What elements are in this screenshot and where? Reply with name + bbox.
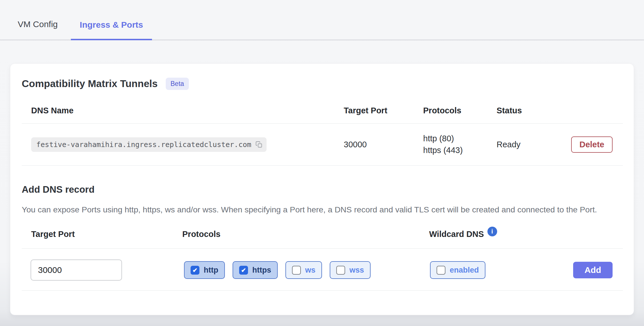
target-port-field-cell: [22, 259, 173, 281]
tab-ingress-ports[interactable]: Ingress & Ports: [71, 19, 152, 40]
tab-bar: VM Config Ingress & Ports: [0, 0, 644, 40]
tab-vm-config[interactable]: VM Config: [18, 18, 58, 40]
dns-name-value: festive-varahamihira.ingress.replicatedc…: [36, 140, 251, 149]
form-labels-row: Target Port Protocols Wildcard DNSi: [22, 230, 623, 249]
label-target-port: Target Port: [22, 230, 173, 240]
dns-name-pill: festive-varahamihira.ingress.replicatedc…: [31, 137, 267, 152]
wildcard-dns-field-cell: enabled: [430, 261, 563, 279]
beta-badge: Beta: [166, 78, 189, 90]
chip-label-wss: wss: [349, 266, 364, 275]
label-wildcard-dns: Wildcard DNSi: [420, 230, 563, 240]
col-header-protocols: Protocols: [414, 106, 487, 115]
add-button[interactable]: Add: [573, 262, 613, 278]
add-dns-title: Add DNS record: [22, 183, 623, 196]
chip-label-enabled: enabled: [450, 266, 479, 275]
add-dns-form-row: http https ws wss: [22, 249, 623, 291]
protocol-checkbox-http[interactable]: http: [184, 261, 225, 279]
delete-button[interactable]: Delete: [571, 136, 613, 153]
copy-icon[interactable]: [255, 141, 263, 148]
checkbox-http: [191, 266, 199, 275]
col-header-actions: [561, 106, 623, 115]
add-button-cell: Add: [563, 262, 623, 278]
target-port-input[interactable]: [31, 259, 122, 281]
checkbox-https: [239, 266, 248, 275]
protocols-cell: http (80) https (443): [414, 133, 487, 156]
panel-title: Compatibility Matrix Tunnels: [22, 77, 158, 90]
label-spacer: [563, 230, 623, 240]
chip-label-ws: ws: [305, 266, 315, 275]
protocol-checkbox-ws[interactable]: ws: [285, 261, 322, 279]
col-header-status: Status: [487, 106, 561, 115]
col-header-target-port: Target Port: [334, 106, 414, 115]
checkbox-ws: [292, 266, 301, 275]
protocol-chips-cell: http https ws wss: [173, 261, 420, 279]
dns-name-cell: festive-varahamihira.ingress.replicatedc…: [22, 137, 334, 152]
add-dns-description: You can expose Ports using http, https, …: [22, 204, 616, 215]
wildcard-dns-label-text: Wildcard DNS: [429, 230, 484, 239]
protocol-line-https: https (443): [423, 144, 487, 156]
col-header-dns-name: DNS Name: [22, 106, 334, 115]
target-port-cell: 30000: [334, 140, 414, 149]
wildcard-enabled-checkbox[interactable]: enabled: [430, 261, 485, 279]
protocol-line-http: http (80): [423, 133, 487, 144]
checkbox-wss: [336, 266, 345, 275]
status-cell: Ready: [487, 140, 561, 149]
checkbox-enabled: [437, 266, 445, 275]
protocol-checkbox-wss[interactable]: wss: [330, 261, 371, 279]
table-row: festive-varahamihira.ingress.replicatedc…: [22, 124, 623, 166]
info-icon[interactable]: i: [487, 227, 497, 236]
label-protocols: Protocols: [173, 230, 420, 240]
tunnels-panel: Compatibility Matrix Tunnels Beta DNS Na…: [10, 63, 634, 315]
protocol-checkbox-https[interactable]: https: [233, 261, 278, 279]
chip-label-https: https: [252, 266, 271, 275]
table-header-row: DNS Name Target Port Protocols Status: [22, 106, 623, 124]
panel-header: Compatibility Matrix Tunnels Beta: [22, 77, 623, 90]
chip-label-http: http: [204, 266, 218, 275]
row-actions-cell: Delete: [561, 136, 623, 153]
protocol-chip-group: http https ws wss: [184, 261, 420, 279]
page-body: Compatibility Matrix Tunnels Beta DNS Na…: [0, 63, 644, 315]
